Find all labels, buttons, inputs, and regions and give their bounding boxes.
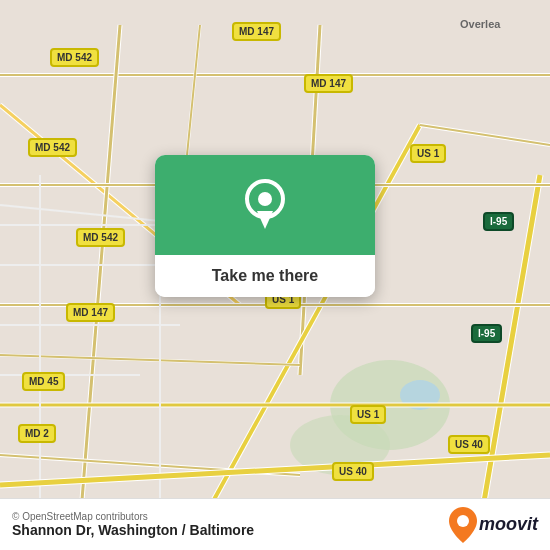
road-badge-md542-lower: MD 542 <box>76 228 125 247</box>
location-pin-icon <box>240 177 290 237</box>
popup-green-section <box>155 155 375 255</box>
road-badge-i95-top: I-95 <box>483 212 514 231</box>
road-badge-us1-lower: US 1 <box>350 405 386 424</box>
road-badge-md542-top: MD 542 <box>50 48 99 67</box>
road-badge-us1-right: US 1 <box>410 144 446 163</box>
road-badge-md2: MD 2 <box>18 424 56 443</box>
bottom-left: © OpenStreetMap contributors Shannon Dr,… <box>12 511 254 538</box>
road-badge-us40-right: US 40 <box>448 435 490 454</box>
road-badge-md147-top: MD 147 <box>232 22 281 41</box>
road-badge-md147-lower: MD 147 <box>66 303 115 322</box>
bottom-bar: © OpenStreetMap contributors Shannon Dr,… <box>0 498 550 550</box>
road-badge-i95-bottom: I-95 <box>471 324 502 343</box>
location-name: Shannon Dr, Washington / Baltimore <box>12 522 254 538</box>
svg-point-44 <box>457 515 469 527</box>
overlea-label: Overlea <box>460 18 500 30</box>
svg-marker-43 <box>257 211 273 229</box>
road-badge-us40-mid: US 40 <box>332 462 374 481</box>
road-badge-md45: MD 45 <box>22 372 65 391</box>
map-container: MD 542 MD 542 MD 542 MD 147 MD 147 MD 14… <box>0 0 550 550</box>
popup-card: Take me there <box>155 155 375 297</box>
copyright-text: © OpenStreetMap contributors <box>12 511 254 522</box>
take-me-there-button[interactable]: Take me there <box>155 255 375 297</box>
road-badge-md542-mid: MD 542 <box>28 138 77 157</box>
moovit-logo: moovit <box>449 507 538 543</box>
svg-point-42 <box>258 192 272 206</box>
moovit-pin-icon <box>449 507 477 543</box>
road-badge-md147-mid: MD 147 <box>304 74 353 93</box>
moovit-text: moovit <box>479 514 538 535</box>
